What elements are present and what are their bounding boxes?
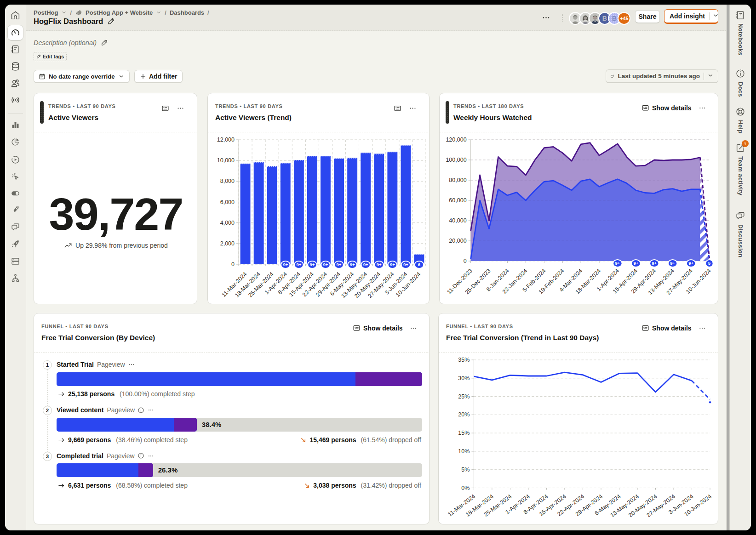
svg-text:9+: 9+	[323, 262, 328, 267]
svg-text:9+: 9+	[363, 262, 368, 267]
svg-text:100,000: 100,000	[446, 157, 466, 163]
svg-text:9+: 9+	[652, 261, 657, 266]
svg-text:4,000: 4,000	[220, 220, 235, 226]
svg-text:6,000: 6,000	[220, 199, 235, 205]
svg-text:9+: 9+	[688, 261, 693, 266]
svg-text:9+: 9+	[633, 261, 638, 266]
svg-text:120,000: 120,000	[446, 137, 466, 143]
svg-text:10,000: 10,000	[217, 157, 235, 164]
svg-text:60,000: 60,000	[449, 197, 466, 204]
svg-text:35%: 35%	[458, 357, 470, 363]
svg-text:15%: 15%	[458, 430, 470, 436]
svg-text:2,000: 2,000	[220, 240, 235, 247]
svg-text:5: 5	[708, 261, 711, 266]
svg-text:9+: 9+	[377, 262, 382, 267]
svg-text:12,000: 12,000	[217, 137, 235, 143]
svg-text:5%: 5%	[461, 467, 470, 473]
svg-text:9+: 9+	[670, 261, 675, 266]
svg-text:9+: 9+	[337, 262, 342, 267]
svg-text:20,000: 20,000	[449, 238, 466, 244]
svg-text:30%: 30%	[458, 375, 470, 381]
svg-text:10%: 10%	[458, 448, 470, 455]
svg-text:80,000: 80,000	[449, 177, 466, 183]
svg-text:9+: 9+	[296, 262, 301, 267]
svg-text:0%: 0%	[461, 485, 470, 491]
svg-text:9+: 9+	[403, 262, 408, 267]
svg-text:9+: 9+	[283, 262, 288, 267]
svg-text:0: 0	[231, 261, 235, 268]
svg-text:8,000: 8,000	[220, 178, 235, 184]
svg-text:6: 6	[418, 262, 420, 267]
svg-text:40,000: 40,000	[449, 217, 466, 224]
svg-text:9+: 9+	[390, 262, 395, 267]
svg-text:9+: 9+	[615, 261, 620, 266]
svg-text:0: 0	[464, 258, 467, 264]
svg-text:20%: 20%	[458, 411, 470, 418]
svg-text:9+: 9+	[350, 262, 355, 267]
svg-text:25%: 25%	[458, 393, 470, 400]
svg-text:9+: 9+	[309, 262, 315, 267]
